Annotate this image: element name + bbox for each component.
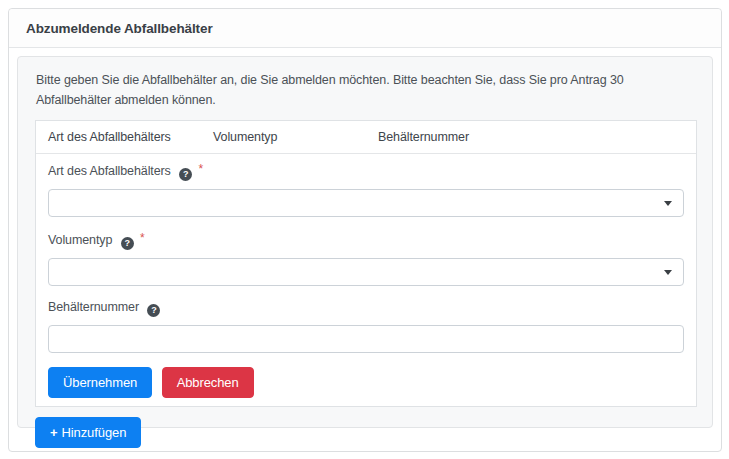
edit-row-form: Art des Abfallbehälters ? * Volumentyp	[36, 154, 696, 406]
field-label-behaelternummer-text: Behälternummer	[48, 300, 139, 314]
plus-icon: +	[50, 425, 58, 440]
table-header-row: Art des Abfallbehälters Volumentyp Behäl…	[36, 121, 696, 154]
art-select-wrap	[48, 189, 684, 217]
field-group-volumentyp: Volumentyp ? *	[48, 231, 684, 286]
field-label-art: Art des Abfallbehälters ? *	[48, 162, 684, 181]
form-button-row: Übernehmen Abbrechen	[48, 367, 684, 398]
field-label-volumentyp-text: Volumentyp	[48, 233, 112, 247]
add-button-label: Hinzufügen	[62, 425, 127, 440]
card-header: Abzumeldende Abfallbehälter	[9, 9, 721, 48]
field-group-behaelternummer: Behälternummer ?	[48, 300, 684, 353]
cancel-button[interactable]: Abbrechen	[162, 367, 254, 398]
field-label-volumentyp: Volumentyp ? *	[48, 231, 684, 250]
column-header-art: Art des Abfallbehälters	[36, 121, 201, 153]
column-header-volumentyp: Volumentyp	[201, 121, 366, 153]
volumentyp-select[interactable]	[48, 258, 684, 286]
field-label-behaelternummer: Behälternummer ?	[48, 300, 684, 317]
field-group-art: Art des Abfallbehälters ? *	[48, 162, 684, 217]
help-icon[interactable]: ?	[179, 168, 192, 181]
card-body: Bitte geben Sie die Abfallbehälter an, d…	[9, 48, 721, 436]
behaelternummer-input[interactable]	[48, 325, 684, 353]
volumentyp-select-wrap	[48, 258, 684, 286]
field-label-art-text: Art des Abfallbehälters	[48, 164, 171, 178]
help-icon[interactable]: ?	[121, 237, 134, 250]
containers-table: Art des Abfallbehälters Volumentyp Behäl…	[35, 120, 697, 407]
art-des-abfallbehaelters-select[interactable]	[48, 189, 684, 217]
column-header-behaelternummer: Behälternummer	[366, 121, 696, 153]
page-title: Abzumeldende Abfallbehälter	[26, 21, 213, 36]
instruction-text: Bitte geben Sie die Abfallbehälter an, d…	[36, 70, 695, 110]
deregister-panel: Bitte geben Sie die Abfallbehälter an, d…	[17, 56, 713, 428]
apply-button[interactable]: Übernehmen	[48, 367, 152, 398]
waste-container-card: Abzumeldende Abfallbehälter Bitte geben …	[8, 8, 722, 452]
required-asterisk: *	[199, 162, 204, 176]
required-asterisk: *	[140, 231, 145, 245]
help-icon[interactable]: ?	[147, 304, 160, 317]
add-container-button[interactable]: +Hinzufügen	[35, 417, 141, 448]
